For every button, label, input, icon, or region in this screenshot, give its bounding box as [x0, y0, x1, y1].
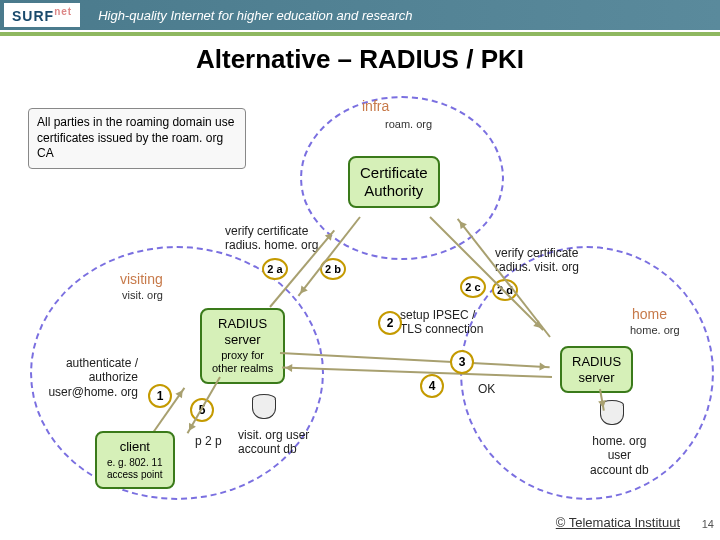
db-home-label: home. org user account db — [590, 434, 649, 477]
infra-sub: roam. org — [385, 118, 432, 130]
diagram-stage: Alternative – RADIUS / PKI All parties i… — [0, 36, 720, 536]
verify-home-label: verify certificate radius. home. org — [225, 224, 318, 253]
p2p-label: p 2 p — [195, 434, 222, 448]
tagline: High-quality Internet for higher educati… — [98, 8, 412, 23]
ca-box: Certificate Authority — [348, 156, 440, 208]
footer-credit: © Telematica Instituut — [556, 515, 680, 530]
logo-main: SURF — [12, 8, 54, 24]
verify-visit-label: verify certificate radius. visit. org — [495, 246, 579, 275]
slide-title: Alternative – RADIUS / PKI — [0, 44, 720, 75]
home-sub: home. org — [630, 324, 680, 336]
db-visit-label: visit. org user account db — [238, 428, 309, 457]
home-label: home — [632, 306, 667, 322]
ok-label: OK — [478, 382, 495, 396]
note-box: All parties in the roaming domain use ce… — [28, 108, 246, 169]
step-2c: 2 c — [460, 276, 486, 298]
client-box: client e. g. 802. 11 access point — [95, 431, 175, 489]
page-number: 14 — [702, 518, 714, 530]
step-1: 1 — [148, 384, 172, 408]
logo: SURFnet — [4, 3, 80, 27]
infra-label: infra — [362, 98, 389, 114]
radius-visit-box: RADIUS server proxy for other realms — [200, 308, 285, 384]
step-4: 4 — [420, 374, 444, 398]
setup-ipsec-label: setup IPSEC / TLS connection — [400, 308, 483, 337]
visiting-sub: visit. org — [122, 289, 163, 301]
step-2a: 2 a — [262, 258, 288, 280]
header-bar: SURFnet High-quality Internet for higher… — [0, 0, 720, 30]
logo-sup: net — [54, 6, 72, 17]
visiting-label: visiting — [120, 271, 163, 287]
radius-home-box: RADIUS server — [560, 346, 633, 393]
auth-label: authenticate / authorize user@home. org — [38, 356, 138, 399]
step-2: 2 — [378, 311, 402, 335]
db-visit-icon — [252, 394, 274, 420]
step-3: 3 — [450, 350, 474, 374]
